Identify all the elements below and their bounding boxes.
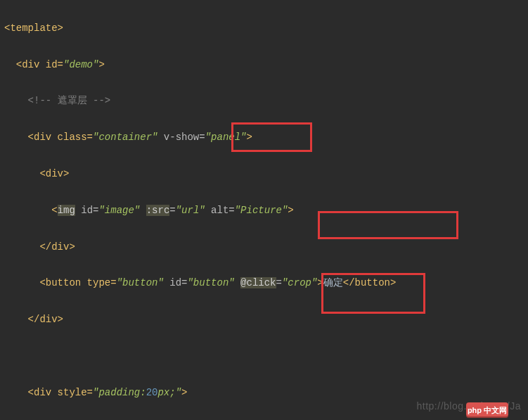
code-editor[interactable]: <template> <div id="demo"> <!-- 遮罩层 --> …	[0, 0, 528, 420]
code-line: <img id="image" :src="url" alt="Picture"…	[4, 202, 528, 220]
code-line: <div>	[4, 165, 528, 184]
php-logo-badge: php 中文网	[466, 402, 508, 418]
code-line: <!-- 遮罩层 -->	[4, 92, 528, 110]
code-line: <div class="container" v-show="panel">	[4, 129, 528, 147]
code-line: <div id="demo">	[4, 56, 528, 75]
code-line: </div>	[4, 311, 528, 329]
code-line: </div>	[4, 238, 528, 257]
code-line: <template>	[4, 20, 528, 38]
code-line: <button type="button" id="button" @click…	[4, 274, 528, 293]
code-line	[4, 348, 528, 366]
